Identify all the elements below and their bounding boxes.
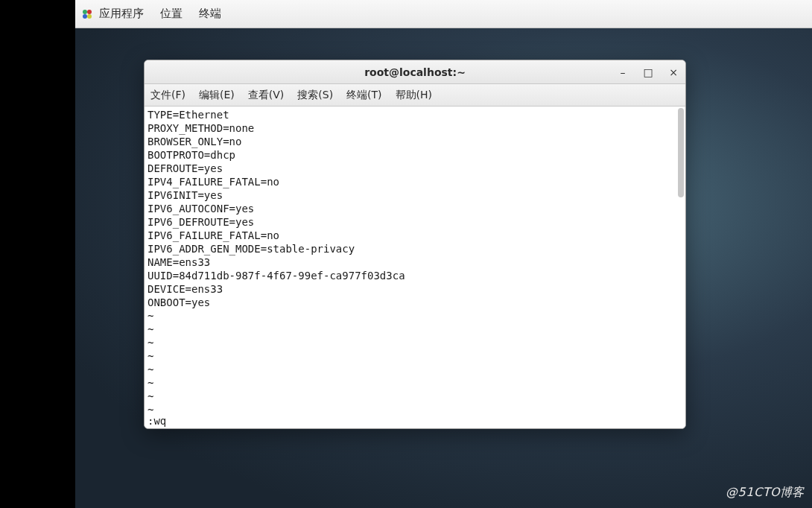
editor-line: IPV6_AUTOCONF=yes [148,202,682,215]
vim-command-line[interactable]: :wq [148,415,166,427]
menu-terminal[interactable]: 终端(T) [346,89,381,102]
editor-line: ONBOOT=yes [148,296,682,309]
terminal-window: root@localhost:~ – □ × 文件(F) 编辑(E) 查看(V)… [144,60,686,429]
minimize-button[interactable]: – [615,65,630,80]
watermark-text: @51CTO博客 [726,485,805,501]
maximize-button[interactable]: □ [641,65,656,80]
scrollbar-thumb[interactable] [678,108,684,197]
editor-tilde: ~ [148,323,682,336]
terminal-menubar: 文件(F) 编辑(E) 查看(V) 搜索(S) 终端(T) 帮助(H) [145,84,685,107]
editor-line: PROXY_METHOD=none [148,121,682,135]
editor-line: DEFROUTE=yes [148,162,682,175]
terminal-content[interactable]: TYPE=EthernetPROXY_METHOD=noneBROWSER_ON… [145,107,685,428]
panel-applications[interactable]: 应用程序 [99,7,144,21]
editor-line: IPV4_FAILURE_FATAL=no [148,175,682,188]
activities-icon [81,8,93,20]
svg-point-0 [83,10,87,14]
svg-point-3 [87,14,92,19]
editor-tilde: ~ [148,390,682,403]
window-title: root@localhost:~ [364,66,466,78]
editor-tilde: ~ [148,363,682,376]
editor-text: TYPE=EthernetPROXY_METHOD=noneBROWSER_ON… [148,108,682,309]
close-button[interactable]: × [666,65,681,80]
editor-line: UUID=84d711db-987f-4f67-99ef-ca977f03d3c… [148,269,682,282]
editor-line: BOOTPROTO=dhcp [148,148,682,162]
panel-places[interactable]: 位置 [160,7,183,21]
editor-line: DEVICE=ens33 [148,282,682,296]
menu-view[interactable]: 查看(V) [248,89,285,102]
editor-tilde: ~ [148,309,682,323]
desktop: 应用程序 位置 终端 root@localhost:~ – □ × 文件(F) … [75,0,812,508]
svg-point-2 [83,14,87,19]
editor-tilde: ~ [148,403,682,416]
editor-line: NAME=ens33 [148,255,682,269]
editor-line: IPV6_DEFROUTE=yes [148,215,682,229]
menu-edit[interactable]: 编辑(E) [199,89,235,102]
editor-tildes: ~~~~~~~~ [148,309,682,416]
editor-line: BROWSER_ONLY=no [148,135,682,148]
window-titlebar[interactable]: root@localhost:~ – □ × [145,60,685,84]
gnome-top-panel: 应用程序 位置 终端 [75,0,812,28]
menu-help[interactable]: 帮助(H) [396,89,432,102]
menu-file[interactable]: 文件(F) [150,89,185,102]
editor-line: TYPE=Ethernet [148,108,682,121]
editor-tilde: ~ [148,349,682,363]
editor-tilde: ~ [148,336,682,349]
editor-tilde: ~ [148,376,682,390]
editor-line: IPV6_FAILURE_FATAL=no [148,229,682,242]
panel-terminal[interactable]: 终端 [199,7,221,21]
svg-point-1 [87,10,92,14]
window-controls: – □ × [615,60,681,83]
menu-search[interactable]: 搜索(S) [297,89,333,102]
editor-line: IPV6_ADDR_GEN_MODE=stable-privacy [148,242,682,255]
editor-line: IPV6INIT=yes [148,188,682,202]
